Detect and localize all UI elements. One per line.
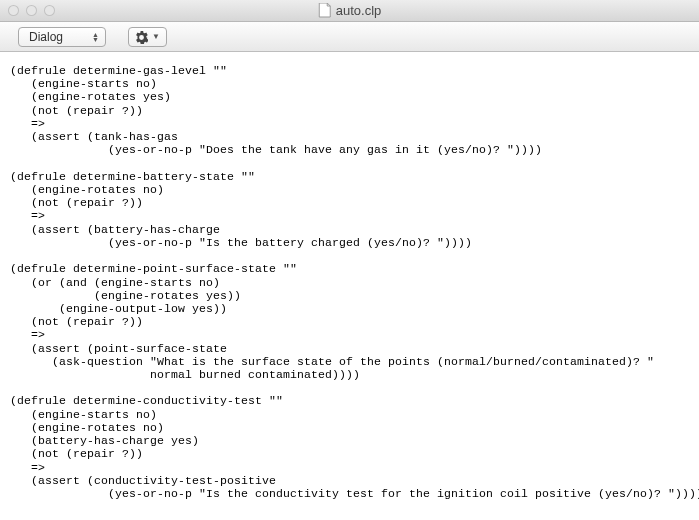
chevron-down-icon: ▼ — [152, 32, 160, 41]
traffic-lights — [0, 5, 55, 16]
gear-icon — [135, 30, 148, 43]
settings-button[interactable]: ▼ — [128, 27, 167, 47]
window-title: auto.clp — [336, 3, 382, 18]
select-label: Dialog — [29, 30, 63, 44]
close-button[interactable] — [8, 5, 19, 16]
code-editor[interactable]: (defrule determine-gas-level "" (engine-… — [0, 52, 699, 520]
title-area: auto.clp — [318, 3, 382, 18]
minimize-button[interactable] — [26, 5, 37, 16]
toolbar: Dialog ▲ ▼ ▼ — [0, 22, 699, 52]
editor-window: auto.clp Dialog ▲ ▼ ▼ (defrule determine… — [0, 0, 699, 520]
dialog-select[interactable]: Dialog ▲ ▼ — [18, 27, 106, 47]
title-bar: auto.clp — [0, 0, 699, 22]
file-icon — [318, 3, 331, 18]
select-arrows-icon: ▲ ▼ — [92, 32, 99, 42]
zoom-button[interactable] — [44, 5, 55, 16]
